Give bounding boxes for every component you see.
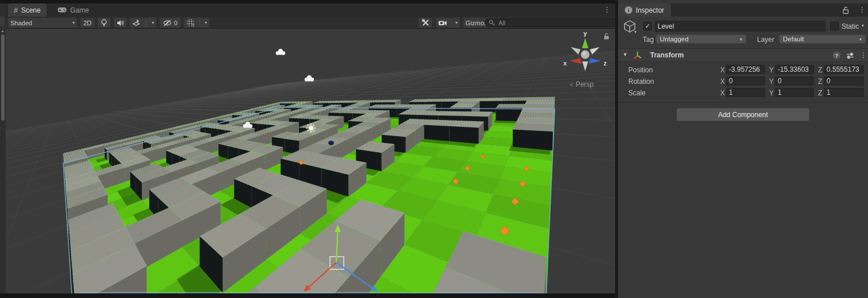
inspector-lock-icon[interactable] [842, 6, 850, 14]
axis-x-label: X [720, 78, 725, 86]
layer-label: Layer [757, 36, 774, 44]
cutoff-panel-stub [0, 16, 5, 26]
transform-menu-icon[interactable]: ⋮ [860, 52, 867, 59]
position-z-field[interactable] [824, 65, 864, 74]
rotation-y-field[interactable] [775, 76, 814, 86]
axis-x-cone[interactable] [570, 58, 582, 64]
rotation-z-field[interactable] [824, 76, 864, 86]
rotation-x-field[interactable] [726, 76, 765, 86]
layer-dropdown[interactable]: Default ▾ [779, 34, 866, 44]
grid-axis-icon: Y [186, 18, 195, 27]
shading-mode-dropdown[interactable]: Shaded ▾ [8, 18, 77, 28]
scene-panel-menu-icon[interactable]: ⋮ [604, 6, 610, 13]
axis-y-label: Y [769, 89, 774, 97]
scene-3d-view[interactable] [6, 29, 615, 293]
add-component-button[interactable]: Add Component [677, 108, 809, 121]
rotation-label: Rotation [628, 78, 654, 86]
scene-effects-dropdown[interactable]: ▾ [130, 18, 156, 28]
info-icon: i [625, 6, 632, 14]
tab-inspector-label: Inspector [636, 6, 664, 14]
chevron-down-icon: ▾ [455, 20, 458, 25]
transform-title: Transform [650, 51, 684, 59]
scale-z-field[interactable] [824, 88, 864, 97]
layer-value: Default [783, 36, 804, 42]
static-label: Static [842, 22, 859, 30]
inspector-menu-icon[interactable]: ⋮ [859, 6, 866, 13]
effects-sparkle-icon [132, 18, 141, 27]
foldout-arrow-icon[interactable]: ▼ [623, 52, 628, 57]
shading-mode-label: Shaded [10, 20, 32, 26]
tab-scene-label: Scene [21, 6, 41, 14]
scrollbar-thumb[interactable] [1, 34, 5, 121]
scene-viewport: y x z < Persp [6, 29, 615, 293]
axis-z-label: Z [818, 66, 822, 74]
presets-icon[interactable] [846, 52, 854, 60]
camera-icon [438, 19, 447, 26]
tag-layer-row: Tag Untagged ▾ Layer Default ▾ [618, 34, 868, 46]
axis-z-label: Z [818, 89, 822, 97]
scene-grid-icon: # [14, 6, 18, 14]
toggle-2d-label: 2D [83, 20, 91, 26]
scroll-up-icon[interactable]: ▲ [1, 29, 5, 33]
search-input[interactable] [497, 19, 613, 27]
scene-audio-button[interactable] [114, 18, 126, 28]
tab-inspector[interactable]: i Inspector [618, 3, 671, 17]
transform-icon [633, 51, 642, 60]
scale-label: Scale [628, 89, 646, 97]
projection-mode-label[interactable]: < Persp [570, 80, 594, 88]
axis-z-label: Z [818, 78, 822, 86]
eye-off-icon [163, 19, 172, 27]
scene-tools-button[interactable] [418, 18, 432, 28]
gizmos-label: Gizmos [466, 20, 487, 26]
axis-neg-y-cone[interactable] [582, 61, 588, 71]
tag-label: Tag [643, 36, 654, 44]
component-separator [618, 102, 868, 103]
position-label: Position [628, 66, 653, 74]
axis-y-cone[interactable] [582, 38, 589, 48]
scene-camera-dropdown[interactable]: ▾ [436, 18, 460, 28]
axis-x-label: X [720, 66, 725, 74]
transform-position-row: Position X Y Z [618, 64, 868, 76]
tab-game[interactable]: Game [52, 3, 95, 17]
scale-x-field[interactable] [726, 88, 765, 97]
transform-component-header[interactable]: ▼ Transform ? ⋮ [618, 48, 868, 62]
chevron-down-icon: ▾ [205, 20, 207, 25]
axis-z-cone[interactable] [589, 58, 601, 64]
tab-scene[interactable]: # Scene [8, 3, 47, 17]
tab-game-label: Game [70, 6, 89, 14]
gameobject-icon-caret[interactable]: ▼ [633, 30, 637, 34]
search-icon [489, 20, 495, 26]
svg-text:Y: Y [192, 24, 195, 28]
separator [146, 19, 147, 26]
axis-x-label: x [563, 60, 567, 67]
static-checkbox[interactable] [830, 22, 839, 30]
static-dropdown-caret[interactable]: ▾ [862, 23, 864, 28]
add-component-label: Add Component [718, 111, 768, 119]
scale-y-field[interactable] [775, 88, 814, 97]
gamepad-icon [57, 7, 67, 13]
axis-neg-x-cone[interactable] [590, 47, 600, 55]
unity-editor-window: ▲ # Scene Game ⋮ Shaded ▾ 2D [0, 0, 868, 298]
axis-y-label: Y [769, 66, 774, 74]
axis-y-label: Y [769, 78, 774, 86]
toggle-2d-button[interactable]: 2D [80, 18, 94, 28]
axis-y-label: y [583, 30, 587, 37]
grid-visibility-dropdown[interactable]: Y ▾ [184, 18, 209, 28]
lock-open-icon[interactable] [602, 32, 610, 40]
tag-dropdown[interactable]: Untagged ▾ [656, 34, 746, 44]
position-y-field[interactable] [775, 65, 814, 74]
inspector-panel: i Inspector ⋮ ▼ ✓ Static ▾ Tag Untagged [618, 0, 868, 298]
scene-search-field[interactable] [485, 18, 617, 27]
persp-text: Persp [575, 80, 593, 88]
tag-value: Untagged [660, 36, 689, 42]
axis-sphere-highlight [582, 52, 586, 55]
help-icon[interactable]: ? [833, 52, 840, 59]
chevron-down-icon: ▾ [152, 20, 154, 25]
speaker-icon [116, 19, 124, 27]
gameobject-active-checkbox[interactable]: ✓ [643, 22, 652, 30]
gameobject-name-field[interactable] [655, 21, 825, 32]
scene-lighting-button[interactable] [98, 18, 110, 28]
scene-visibility-button[interactable]: 0 [160, 18, 180, 28]
position-x-field[interactable] [726, 65, 765, 74]
axis-neg-z-cone[interactable] [571, 47, 581, 55]
